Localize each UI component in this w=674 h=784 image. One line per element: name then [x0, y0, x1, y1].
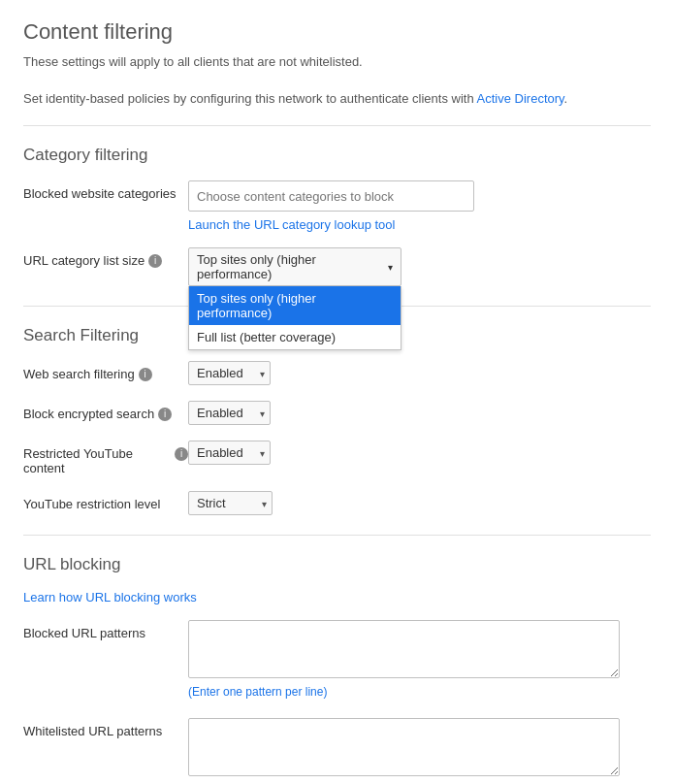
whitelisted-url-label: Whitelisted URL patterns: [23, 718, 188, 738]
restricted-yt-dropdown-wrapper: Enabled Disabled ▾: [188, 441, 271, 465]
yt-restriction-select[interactable]: Strict Moderate: [188, 491, 273, 515]
yt-restriction-control: Strict Moderate ▾: [188, 491, 651, 515]
intro-suffix: .: [564, 91, 568, 106]
block-encrypted-label: Block encrypted search i: [23, 401, 188, 421]
whitelisted-url-textarea[interactable]: [188, 718, 620, 776]
divider-1: [23, 125, 651, 126]
yt-restriction-row: YouTube restriction level Strict Moderat…: [23, 491, 651, 515]
web-search-control: Enabled Disabled ▾: [188, 361, 651, 385]
restricted-yt-label: Restricted YouTube content i: [23, 441, 188, 475]
blocked-url-label: Blocked URL patterns: [23, 620, 188, 640]
block-encrypted-dropdown-wrapper: Enabled Disabled ▾: [188, 401, 271, 425]
web-search-dropdown-wrapper: Enabled Disabled ▾: [188, 361, 271, 385]
blocked-categories-input[interactable]: [188, 180, 474, 212]
url-list-dropdown-btn[interactable]: Top sites only (higher performance) ▾: [188, 247, 401, 286]
url-list-size-label: URL category list size i: [23, 247, 188, 268]
url-list-option-top[interactable]: Top sites only (higher performance): [189, 286, 401, 325]
url-blocking-title: URL blocking: [23, 555, 651, 574]
yt-restriction-dropdown-wrapper: Strict Moderate ▾: [188, 491, 273, 515]
blocked-url-hint: (Enter one pattern per line): [188, 685, 651, 699]
restricted-yt-select[interactable]: Enabled Disabled: [188, 441, 271, 465]
restricted-yt-control: Enabled Disabled ▾: [188, 441, 651, 465]
category-section-title: Category filtering: [23, 146, 651, 165]
active-directory-link[interactable]: Active Directory: [477, 91, 564, 106]
blocked-categories-control: Launch the URL category lookup tool: [188, 180, 651, 232]
web-search-row: Web search filtering i Enabled Disabled …: [23, 361, 651, 385]
url-list-size-row: URL category list size i Top sites only …: [23, 247, 651, 286]
block-encrypted-row: Block encrypted search i Enabled Disable…: [23, 401, 651, 425]
page-title: Content filtering: [23, 19, 651, 45]
url-list-option-full[interactable]: Full list (better coverage): [189, 325, 401, 349]
url-list-dropdown[interactable]: Top sites only (higher performance) ▾ To…: [188, 247, 401, 286]
web-search-select[interactable]: Enabled Disabled: [188, 361, 271, 385]
blocked-categories-row: Blocked website categories Launch the UR…: [23, 180, 651, 232]
restricted-yt-row: Restricted YouTube content i Enabled Dis…: [23, 441, 651, 475]
block-encrypted-control: Enabled Disabled ▾: [188, 401, 651, 425]
url-list-options: Top sites only (higher performance) Full…: [188, 286, 401, 350]
url-lookup-link[interactable]: Launch the URL category lookup tool: [188, 217, 651, 232]
intro-prefix: Set identity-based policies by configuri…: [23, 91, 477, 106]
divider-3: [23, 535, 651, 536]
whitelisted-url-row: Whitelisted URL patterns (Enter one patt…: [23, 718, 651, 784]
blocked-url-row: Blocked URL patterns (Enter one pattern …: [23, 620, 651, 699]
blocked-categories-label: Blocked website categories: [23, 180, 188, 201]
block-encrypted-select[interactable]: Enabled Disabled: [188, 401, 271, 425]
url-blocking-section: URL blocking Learn how URL blocking work…: [23, 555, 651, 784]
url-blocking-learn-link[interactable]: Learn how URL blocking works: [23, 590, 197, 604]
intro-text-2: Set identity-based policies by configuri…: [23, 91, 651, 106]
url-list-info-icon[interactable]: i: [148, 254, 162, 268]
yt-restriction-label: YouTube restriction level: [23, 491, 188, 511]
url-list-selected-label: Top sites only (higher performance): [197, 252, 316, 281]
url-list-size-control: Top sites only (higher performance) ▾ To…: [188, 247, 651, 286]
url-list-arrow-icon: ▾: [388, 262, 393, 273]
web-search-label: Web search filtering i: [23, 361, 188, 381]
web-search-info-icon[interactable]: i: [139, 368, 152, 381]
block-encrypted-info-icon[interactable]: i: [158, 408, 172, 421]
restricted-yt-info-icon[interactable]: i: [175, 447, 188, 461]
blocked-url-textarea[interactable]: [188, 620, 620, 678]
search-filtering-section: Search Filtering Web search filtering i …: [23, 326, 651, 515]
whitelisted-url-control: (Enter one pattern per line): [188, 718, 651, 784]
category-filtering-section: Category filtering Blocked website categ…: [23, 146, 651, 286]
blocked-url-control: (Enter one pattern per line): [188, 620, 651, 699]
intro-text-1: These settings will apply to all clients…: [23, 54, 651, 69]
